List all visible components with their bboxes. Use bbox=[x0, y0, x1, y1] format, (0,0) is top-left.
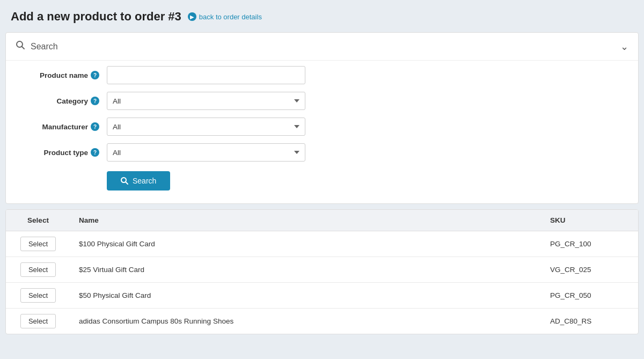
search-button[interactable]: Search bbox=[107, 171, 170, 191]
search-panel: Search ⌄ Product name ? Category ? A bbox=[5, 32, 639, 204]
sku-cell: PG_CR_100 bbox=[541, 231, 638, 257]
table-header: Select Name SKU bbox=[6, 210, 638, 231]
back-link-text: back to order details bbox=[199, 13, 262, 21]
sku-cell: VG_CR_025 bbox=[541, 257, 638, 283]
col-header-select: Select bbox=[6, 210, 70, 231]
manufacturer-row: Manufacturer ? All bbox=[16, 118, 628, 136]
product-name-label: Product name ? bbox=[16, 71, 107, 79]
category-label: Category ? bbox=[16, 97, 107, 105]
search-panel-label: Search bbox=[31, 42, 58, 52]
category-row: Category ? All bbox=[16, 92, 628, 110]
table-row: Select$100 Physical Gift CardPG_CR_100 bbox=[6, 231, 638, 257]
main-content: Search ⌄ Product name ? Category ? A bbox=[0, 32, 644, 340]
select-button[interactable]: Select bbox=[20, 288, 56, 303]
col-header-sku: SKU bbox=[541, 210, 638, 231]
product-type-label: Product type ? bbox=[16, 148, 107, 157]
product-name-cell: $25 Virtual Gift Card bbox=[70, 257, 541, 283]
col-header-name: Name bbox=[70, 210, 541, 231]
manufacturer-select[interactable]: All bbox=[107, 118, 305, 136]
select-button[interactable]: Select bbox=[20, 237, 56, 251]
product-name-cell: adidas Consortium Campus 80s Running Sho… bbox=[70, 309, 541, 334]
select-cell: Select bbox=[6, 283, 70, 309]
results-panel: Select Name SKU Select$100 Physical Gift… bbox=[5, 209, 639, 334]
select-button[interactable]: Select bbox=[20, 262, 56, 277]
search-panel-header-left: Search bbox=[16, 40, 58, 53]
search-btn-row: Search bbox=[16, 171, 628, 191]
select-cell: Select bbox=[6, 257, 70, 283]
select-button[interactable]: Select bbox=[20, 314, 56, 328]
product-type-help-icon[interactable]: ? bbox=[91, 148, 99, 157]
category-select[interactable]: All bbox=[107, 92, 305, 110]
search-panel-body: Product name ? Category ? All Manufactur… bbox=[6, 60, 638, 203]
search-panel-header[interactable]: Search ⌄ bbox=[6, 33, 638, 60]
product-type-row: Product type ? All bbox=[16, 143, 628, 162]
product-name-row: Product name ? bbox=[16, 66, 628, 84]
product-type-select[interactable]: All bbox=[107, 143, 305, 162]
product-name-input[interactable] bbox=[107, 66, 305, 84]
svg-line-3 bbox=[126, 182, 128, 184]
manufacturer-help-icon[interactable]: ? bbox=[91, 122, 99, 131]
product-name-cell: $50 Physical Gift Card bbox=[70, 283, 541, 309]
results-table: Select Name SKU Select$100 Physical Gift… bbox=[6, 210, 638, 334]
results-body: Select$100 Physical Gift CardPG_CR_100Se… bbox=[6, 231, 638, 334]
product-name-help-icon[interactable]: ? bbox=[91, 71, 99, 79]
table-row: Select$50 Physical Gift CardPG_CR_050 bbox=[6, 283, 638, 309]
search-icon bbox=[16, 40, 25, 53]
manufacturer-label: Manufacturer ? bbox=[16, 122, 107, 131]
product-name-cell: $100 Physical Gift Card bbox=[70, 231, 541, 257]
sku-cell: PG_CR_050 bbox=[541, 283, 638, 309]
back-arrow-icon: ▶ bbox=[188, 12, 196, 21]
select-cell: Select bbox=[6, 231, 70, 257]
chevron-down-icon: ⌄ bbox=[620, 41, 628, 53]
table-row: Select$25 Virtual Gift CardVG_CR_025 bbox=[6, 257, 638, 283]
svg-line-1 bbox=[22, 47, 25, 49]
page-header: Add a new product to order #3 ▶ back to … bbox=[0, 0, 644, 32]
back-to-order-link[interactable]: ▶ back to order details bbox=[188, 12, 262, 21]
table-row: Selectadidas Consortium Campus 80s Runni… bbox=[6, 309, 638, 334]
select-cell: Select bbox=[6, 309, 70, 334]
category-help-icon[interactable]: ? bbox=[91, 97, 99, 105]
page-title: Add a new product to order #3 bbox=[11, 10, 181, 24]
search-btn-icon bbox=[121, 177, 128, 185]
sku-cell: AD_C80_RS bbox=[541, 309, 638, 334]
